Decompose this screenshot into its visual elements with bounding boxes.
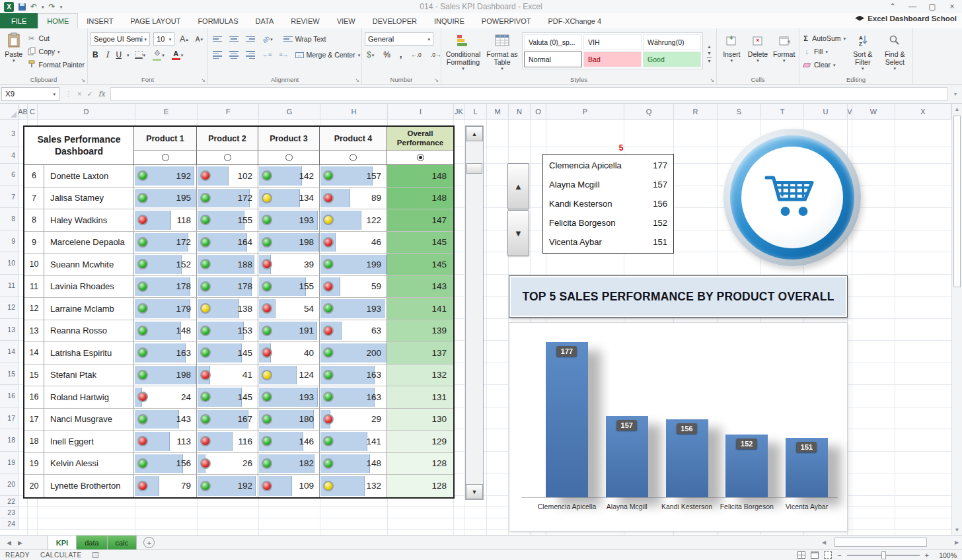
product-value-cell[interactable]: 180 bbox=[258, 409, 320, 431]
row-index-cell[interactable]: 7 bbox=[24, 188, 44, 210]
chart-bar[interactable]: 177 bbox=[546, 342, 588, 497]
scroll-left-icon[interactable]: ◀ bbox=[819, 540, 829, 545]
row-header-9[interactable]: 9 bbox=[0, 230, 18, 253]
formula-input[interactable] bbox=[110, 87, 947, 101]
row-header-15[interactable]: 15 bbox=[0, 363, 18, 386]
row-header-17[interactable]: 17 bbox=[0, 407, 18, 430]
salesperson-name-cell[interactable]: Inell Eggert bbox=[44, 431, 134, 453]
percent-style-button[interactable]: % bbox=[381, 50, 392, 59]
product-value-cell[interactable]: 163 bbox=[320, 365, 387, 387]
ribbon-display-options-icon[interactable]: ⌃ bbox=[883, 0, 903, 13]
column-header-X[interactable]: X bbox=[895, 104, 951, 120]
sheet-tab-data[interactable]: data bbox=[77, 536, 107, 549]
product-value-cell[interactable]: 179 bbox=[134, 298, 197, 320]
redo-icon[interactable]: ↷ bbox=[49, 2, 56, 11]
salesperson-name-cell[interactable]: Nanci Musgrave bbox=[44, 409, 134, 431]
salesperson-name-cell[interactable]: Kelvin Alessi bbox=[44, 453, 134, 475]
product-value-cell[interactable]: 41 bbox=[197, 365, 258, 387]
radio-icon[interactable] bbox=[162, 154, 169, 161]
product-value-cell[interactable]: 195 bbox=[134, 188, 197, 210]
scroll-up-icon[interactable]: ▲ bbox=[952, 104, 962, 114]
shrink-font-button[interactable]: A▾ bbox=[194, 36, 205, 43]
ribbon-tab-data[interactable]: DATA bbox=[247, 13, 283, 28]
product-value-cell[interactable]: 193 bbox=[258, 386, 320, 409]
cell-style-bad[interactable]: Bad bbox=[583, 52, 642, 67]
product-value-cell[interactable]: 46 bbox=[320, 232, 387, 254]
table-scrollbar[interactable]: ▲ ▼ bbox=[465, 125, 484, 500]
salesperson-name-cell[interactable]: Roland Hartwig bbox=[44, 386, 134, 409]
column-header-G[interactable]: G bbox=[259, 104, 320, 120]
paste-button[interactable]: Paste▾ bbox=[3, 30, 25, 75]
row-header-6[interactable]: 6 bbox=[0, 164, 18, 186]
product-value-cell[interactable]: 113 bbox=[134, 431, 197, 453]
column-header-H[interactable]: H bbox=[320, 104, 388, 120]
borders-button[interactable]: ▾ bbox=[133, 51, 148, 59]
font-dialog-launcher-icon[interactable]: ↘ bbox=[201, 77, 205, 83]
zoom-level[interactable]: 100% bbox=[934, 551, 957, 559]
align-right-button[interactable] bbox=[244, 51, 257, 59]
number-format-dropdown-icon[interactable]: ▾ bbox=[427, 37, 430, 42]
italic-button[interactable]: I bbox=[104, 50, 111, 59]
overall-value-cell[interactable]: 139 bbox=[387, 320, 453, 343]
increase-indent-button[interactable]: ≡→ bbox=[277, 52, 290, 58]
product-value-cell[interactable]: 145 bbox=[197, 386, 258, 409]
decrease-indent-button[interactable]: ←≡ bbox=[260, 52, 274, 58]
product-value-cell[interactable]: 152 bbox=[134, 254, 197, 276]
ribbon-tab-developer[interactable]: DEVELOPER bbox=[364, 13, 426, 28]
top5-list-item[interactable]: Alayna Mcgill157 bbox=[543, 175, 673, 194]
product4-radio[interactable] bbox=[320, 151, 387, 165]
radio-checked-icon[interactable] bbox=[417, 154, 424, 161]
sheet-tab-kpi[interactable]: KPI bbox=[48, 536, 77, 549]
cancel-entry-icon[interactable]: × bbox=[77, 90, 81, 98]
radio-icon[interactable] bbox=[285, 154, 293, 161]
overall-value-cell[interactable]: 141 bbox=[387, 298, 453, 320]
sheet-horizontal-scrollbar[interactable]: ◀ ▶ bbox=[819, 536, 962, 549]
product-value-cell[interactable]: 59 bbox=[320, 276, 387, 298]
cell-style-valuta-0-sp-[interactable]: Valuta (0)_sp... bbox=[524, 34, 582, 50]
ribbon-tab-file[interactable]: FILE bbox=[0, 13, 38, 28]
column-header-O[interactable]: O bbox=[531, 104, 546, 120]
salesperson-name-cell[interactable]: Larraine Mclamb bbox=[44, 298, 134, 320]
row-header-16[interactable]: 16 bbox=[0, 385, 18, 407]
product-value-cell[interactable]: 200 bbox=[320, 342, 387, 365]
new-sheet-button[interactable]: + bbox=[143, 537, 155, 548]
insert-cells-button[interactable]: + Insert▾ bbox=[720, 30, 744, 75]
row-header-7[interactable]: 7 bbox=[0, 186, 18, 209]
product-value-cell[interactable]: 191 bbox=[258, 320, 320, 343]
product-value-cell[interactable]: 192 bbox=[134, 165, 197, 188]
overall-value-cell[interactable]: 148 bbox=[387, 188, 453, 210]
salesperson-name-cell[interactable]: Donette Laxton bbox=[44, 165, 134, 188]
row-index-cell[interactable]: 9 bbox=[24, 232, 44, 254]
ribbon-tab-formulas[interactable]: FORMULAS bbox=[189, 13, 246, 28]
column-header-I[interactable]: I bbox=[388, 104, 454, 120]
product-value-cell[interactable]: 178 bbox=[134, 276, 197, 298]
product-value-cell[interactable]: 172 bbox=[134, 232, 197, 254]
column-header-D[interactable]: D bbox=[38, 104, 135, 120]
confirm-entry-icon[interactable]: ✓ bbox=[87, 90, 92, 98]
select-all-corner[interactable] bbox=[0, 104, 18, 120]
shopping-cart-button[interactable] bbox=[723, 129, 861, 266]
chart-bar[interactable]: 156 bbox=[666, 419, 708, 497]
radio-icon[interactable] bbox=[224, 154, 231, 161]
scroll-down-icon[interactable]: ▼ bbox=[466, 484, 483, 499]
product-value-cell[interactable]: 198 bbox=[134, 365, 197, 387]
bottom-align-button[interactable] bbox=[244, 36, 257, 42]
row-header-4[interactable]: 4 bbox=[0, 147, 18, 164]
column-header-R[interactable]: R bbox=[674, 104, 718, 120]
product-value-cell[interactable]: 192 bbox=[197, 475, 258, 497]
row-index-cell[interactable]: 15 bbox=[24, 365, 44, 387]
column-header-Q[interactable]: Q bbox=[624, 104, 674, 120]
product-value-cell[interactable]: 163 bbox=[134, 342, 197, 365]
name-box[interactable]: X9▾ bbox=[1, 87, 59, 101]
row-header-23[interactable]: 23 bbox=[0, 507, 18, 518]
next-sheet-icon[interactable]: ▶ bbox=[18, 540, 22, 546]
cell-style-w-hrung-0-[interactable]: Währung(0) bbox=[643, 34, 701, 50]
format-as-table-button[interactable]: Format as Table▾ bbox=[484, 30, 520, 75]
product-value-cell[interactable]: 29 bbox=[320, 409, 387, 431]
salesperson-name-cell[interactable]: Lavinia Rhoades bbox=[44, 276, 134, 298]
product-value-cell[interactable]: 155 bbox=[197, 209, 258, 232]
product1-radio[interactable] bbox=[134, 151, 197, 165]
wrap-text-button[interactable]: Wrap Text bbox=[283, 33, 326, 45]
row-index-cell[interactable]: 14 bbox=[24, 342, 44, 365]
column-header-L[interactable]: L bbox=[464, 104, 487, 120]
